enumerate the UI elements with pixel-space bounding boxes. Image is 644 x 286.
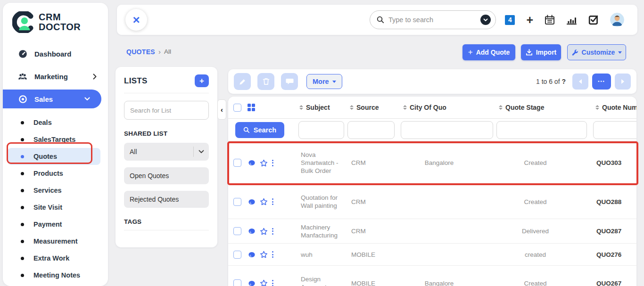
sidebar-item-quotes[interactable]: Quotes xyxy=(8,148,100,165)
list-search-input[interactable] xyxy=(124,101,209,120)
bar-chart-icon[interactable] xyxy=(566,15,577,25)
delete-button[interactable] xyxy=(257,73,274,90)
collapse-panel-button[interactable]: ‹ xyxy=(217,99,226,120)
table-row[interactable]: wuh MOBILE created QUO276 xyxy=(228,244,636,266)
row-menu-icon[interactable] xyxy=(272,160,273,166)
search-icon xyxy=(377,16,384,24)
sidebar: CRM DOCTOR Dashboard Marketing xyxy=(3,3,108,286)
bullet-icon xyxy=(21,274,24,277)
edit-button[interactable] xyxy=(234,73,251,90)
column-header-subject[interactable]: Subject xyxy=(297,104,347,111)
favorite-star-icon[interactable] xyxy=(260,159,268,167)
sidebar-item-label: Site Visit xyxy=(33,204,62,211)
table-row[interactable]: Design Aggregators MOBILE Bangalore Crea… xyxy=(228,266,636,286)
filter-input-quote-num[interactable] xyxy=(593,121,636,139)
shared-list-dropdown[interactable]: All xyxy=(124,143,209,161)
target-icon xyxy=(18,95,27,104)
sidebar-item-services[interactable]: Services xyxy=(3,182,108,199)
cell-quote-stage: Created xyxy=(496,198,593,206)
sidebar-item-products[interactable]: Products xyxy=(3,165,108,182)
comment-button[interactable] xyxy=(281,73,298,90)
column-header-quote-num[interactable]: Quote Num xyxy=(593,104,636,111)
row-menu-icon[interactable] xyxy=(272,280,273,286)
quick-add-icon[interactable]: + xyxy=(526,15,533,25)
filter-input-subject[interactable] xyxy=(298,121,344,139)
sidebar-item-extra-work[interactable]: Extra Work xyxy=(3,250,108,267)
notification-count-badge[interactable]: 4 xyxy=(505,15,515,25)
customize-button[interactable]: Customize xyxy=(567,44,626,60)
users-icon xyxy=(18,73,27,81)
cell-source: CRM xyxy=(347,227,401,235)
view-eye-icon[interactable] xyxy=(248,228,256,234)
import-label: Import xyxy=(536,49,557,56)
favorite-star-icon[interactable] xyxy=(260,198,268,205)
view-eye-icon[interactable] xyxy=(248,160,256,166)
close-button[interactable]: × xyxy=(125,9,147,31)
row-checkbox[interactable] xyxy=(233,159,241,167)
row-checkbox[interactable] xyxy=(233,251,241,259)
add-list-button[interactable]: + xyxy=(195,74,209,87)
sidebar-item-deals[interactable]: Deals xyxy=(3,114,108,131)
row-menu-icon[interactable] xyxy=(272,251,273,258)
pagination-range: 1 to 6 of ? xyxy=(536,78,566,85)
calendar-icon[interactable] xyxy=(545,15,555,25)
grid-view-icon[interactable] xyxy=(248,104,255,111)
column-header-source[interactable]: Source xyxy=(347,104,401,111)
add-quote-button[interactable]: + Add Quote xyxy=(462,44,515,60)
sidebar-item-salestargets[interactable]: SalesTargets xyxy=(3,131,108,148)
sidebar-item-marketing[interactable]: Marketing xyxy=(3,67,108,86)
list-item-open-quotes[interactable]: Open Quotes xyxy=(124,167,209,184)
sidebar-item-dashboard[interactable]: Dashboard xyxy=(3,44,108,63)
view-eye-icon[interactable] xyxy=(248,252,256,258)
next-page-button[interactable] xyxy=(615,74,631,90)
breadcrumb-quotes-link[interactable]: QUOTES xyxy=(126,48,155,56)
table-row[interactable]: Nova Smartwatch - Bulk Order CRM Bangalo… xyxy=(228,141,636,185)
sidebar-item-site-visit[interactable]: Site Visit xyxy=(3,199,108,216)
list-item-rejected-quotes[interactable]: Rejected Quotes xyxy=(124,191,209,208)
search-input[interactable] xyxy=(388,16,480,24)
column-label: City Of Quo xyxy=(410,104,446,111)
sort-icon xyxy=(403,105,407,110)
previous-page-button[interactable] xyxy=(572,74,588,90)
column-header-quote-stage[interactable]: Quote Stage xyxy=(496,104,593,111)
table-search-button[interactable]: Search xyxy=(235,122,284,138)
sidebar-item-payment[interactable]: Payment xyxy=(3,216,108,233)
select-all-checkbox[interactable] xyxy=(233,104,241,112)
row-checkbox[interactable] xyxy=(233,279,241,286)
sidebar-item-meeting-notes[interactable]: Meeting Notes xyxy=(3,267,108,284)
sidebar-item-label: Deals xyxy=(33,119,52,126)
cell-subject: wuh xyxy=(297,251,347,259)
shared-list-heading: SHARED LIST xyxy=(124,130,209,137)
tasks-checkbox-icon[interactable] xyxy=(588,15,599,25)
more-dropdown-button[interactable]: More xyxy=(306,74,342,89)
cell-subject: Machinery Manfacturing xyxy=(297,223,347,239)
chevron-left-icon: ‹ xyxy=(221,106,223,114)
table-row[interactable]: Quotation for Wall painting CRM Created … xyxy=(228,185,636,219)
row-menu-icon[interactable] xyxy=(272,228,273,235)
favorite-star-icon[interactable] xyxy=(260,279,268,286)
favorite-star-icon[interactable] xyxy=(260,228,268,235)
filter-input-source[interactable] xyxy=(347,121,395,139)
sidebar-item-label: Extra Work xyxy=(33,254,69,262)
table-row[interactable]: Machinery Manfacturing CRM Delivered QUO… xyxy=(228,219,636,244)
filter-input-quote-stage[interactable] xyxy=(496,121,587,139)
row-menu-icon[interactable] xyxy=(272,198,273,205)
sidebar-item-label: Payment xyxy=(33,221,62,228)
column-header-city[interactable]: City Of Quo xyxy=(401,104,496,111)
page-ellipsis-button[interactable]: ••• xyxy=(592,74,611,90)
row-checkbox[interactable] xyxy=(233,198,241,206)
row-checkbox[interactable] xyxy=(233,227,241,235)
view-eye-icon[interactable] xyxy=(248,199,256,205)
import-button[interactable]: Import xyxy=(521,44,561,60)
caret-down-icon xyxy=(332,81,336,83)
column-label: Quote Stage xyxy=(505,104,544,111)
favorite-star-icon[interactable] xyxy=(260,251,268,258)
table-toolbar: More 1 to 6 of ? ••• xyxy=(228,69,636,94)
sidebar-item-measurement[interactable]: Measurement xyxy=(3,233,108,250)
sidebar-item-sales[interactable]: Sales xyxy=(3,90,101,108)
filter-input-city[interactable] xyxy=(401,121,493,139)
search-scope-dropdown-icon[interactable] xyxy=(480,15,491,25)
view-eye-icon[interactable] xyxy=(248,280,256,286)
bullet-icon xyxy=(21,257,24,260)
user-avatar[interactable] xyxy=(610,13,624,27)
